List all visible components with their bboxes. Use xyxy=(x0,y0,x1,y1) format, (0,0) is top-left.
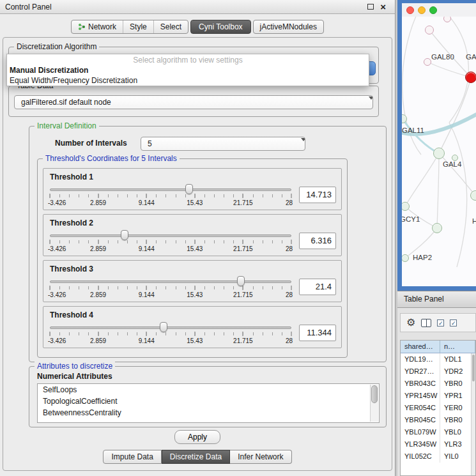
table-row[interactable]: YBR045CYBR0 xyxy=(401,414,475,426)
num-intervals-combobox[interactable]: 5 xyxy=(141,137,305,151)
tab-jactivemodules-label: jActiveMNodules xyxy=(260,20,317,33)
gear-icon[interactable]: ⚙ xyxy=(406,318,415,328)
column-header-name[interactable]: n… xyxy=(440,341,475,353)
network-node[interactable] xyxy=(433,148,445,159)
threshold-label: Threshold 2 xyxy=(50,219,336,227)
tab-jactivemodules[interactable]: jActiveMNodules xyxy=(254,20,323,33)
numerical-attributes-label: Numerical Attributes xyxy=(37,372,112,381)
thresholds-group: Threshold's Coordinates for 5 Intervals … xyxy=(37,158,348,358)
slider-track[interactable] xyxy=(50,188,291,191)
threshold-thumb[interactable] xyxy=(237,276,245,286)
network-node[interactable] xyxy=(432,223,442,233)
network-node[interactable] xyxy=(470,190,476,201)
table-toolbar: ⚙ ✓ ✓ xyxy=(400,313,476,332)
control-panel-title: Control Panel xyxy=(5,3,52,12)
table-data-value: galFiltered.sif default node xyxy=(21,98,111,107)
threshold-thumb[interactable] xyxy=(160,322,167,332)
network-window: GAL80GAGAL11GAL4GCY1HAP2H xyxy=(402,3,476,286)
apply-button[interactable]: Apply xyxy=(174,430,220,444)
list-item[interactable]: TopologicalCoefficient xyxy=(38,395,379,407)
table-row[interactable]: YIL052CYIL0 xyxy=(401,450,475,463)
threshold-label: Threshold 3 xyxy=(50,265,336,273)
table-panel-header[interactable]: Table Panel xyxy=(397,291,476,308)
threshold-value-field[interactable]: 21.4 xyxy=(299,279,336,295)
network-node[interactable] xyxy=(424,58,431,66)
table-panel-title: Table Panel xyxy=(404,295,444,303)
threshold-thumb[interactable] xyxy=(121,230,128,240)
num-intervals-label: Number of Intervals xyxy=(55,139,127,148)
network-node-label: H xyxy=(472,217,476,225)
tab-infer-network[interactable]: Infer Network xyxy=(230,450,291,464)
select-columns-icon[interactable]: ✓ xyxy=(450,319,457,326)
select-all-icon[interactable]: ✓ xyxy=(437,319,444,326)
tab-discretize-data[interactable]: Discretize Data xyxy=(162,450,230,464)
control-panel: Control Panel × Network Styl xyxy=(0,0,395,476)
slider-track[interactable] xyxy=(50,234,291,237)
close-icon[interactable]: × xyxy=(380,4,386,10)
mac-minimize-icon[interactable] xyxy=(418,6,426,14)
table-header-row: shared… n… xyxy=(401,341,475,353)
network-node[interactable] xyxy=(425,26,434,35)
threshold-value-field[interactable]: 14.713 xyxy=(299,187,336,203)
column-header-shared-name[interactable]: shared… xyxy=(401,341,440,353)
mac-close-icon[interactable] xyxy=(406,6,414,14)
threshold-slider[interactable]: -3.4262.8599.14415.4321.71528 xyxy=(50,183,291,207)
table-row[interactable]: YPR145WYPR1 xyxy=(401,390,475,402)
network-node-label: GAL80 xyxy=(431,53,454,61)
list-item[interactable]: SelfLoops xyxy=(38,384,379,395)
tab-select-label: Select xyxy=(160,20,181,33)
threshold-slider[interactable]: -3.4262.8599.14415.4321.71528 xyxy=(50,275,291,299)
tab-select[interactable]: Select xyxy=(153,20,188,33)
table-row[interactable]: YDL19…YDL1 xyxy=(401,353,475,365)
attributes-group: Attributes to discretize Numerical Attri… xyxy=(29,366,387,427)
slider-ticks xyxy=(50,240,291,243)
tab-style[interactable]: Style xyxy=(123,20,153,33)
table-row[interactable]: YBR043CYBR0 xyxy=(401,378,475,390)
slider-scale: -3.4262.8599.14415.4321.71528 xyxy=(50,291,291,299)
attributes-listbox[interactable]: SelfLoops TopologicalCoefficient Between… xyxy=(37,383,380,423)
table-row[interactable]: YBL079WYBL0 xyxy=(401,426,475,438)
threshold-thumb[interactable] xyxy=(185,184,193,194)
dropdown-placeholder-option[interactable]: Select algorithm to view settings xyxy=(7,54,369,65)
table-row[interactable]: YDR27…YDR2 xyxy=(401,365,475,378)
table-row[interactable]: YER054CYER0 xyxy=(401,402,475,414)
tab-cyni-toolbox[interactable]: Cyni Toolbox xyxy=(190,20,250,34)
list-item[interactable]: BetweennessCentrality xyxy=(38,407,379,418)
slider-track[interactable] xyxy=(50,280,291,283)
list-scrollbar[interactable] xyxy=(370,385,378,422)
mac-zoom-icon[interactable] xyxy=(429,6,437,14)
dropdown-option-manual[interactable]: Manual Discretization xyxy=(7,65,369,75)
table-data-combobox[interactable]: galFiltered.sif default node xyxy=(14,95,373,109)
network-canvas[interactable]: GAL80GAGAL11GAL4GCY1HAP2H xyxy=(402,17,476,286)
threshold-slider[interactable]: -3.4262.8599.14415.4321.71528 xyxy=(50,321,291,345)
threshold-slider[interactable]: -3.4262.8599.14415.4321.71528 xyxy=(50,229,291,253)
table-row[interactable]: YLR345WYLR3 xyxy=(401,438,475,450)
threshold-label: Threshold 4 xyxy=(50,311,336,319)
attributes-group-title: Attributes to discretize xyxy=(35,362,115,371)
network-view-frame: GAL80GAGAL11GAL4GCY1HAP2H xyxy=(397,0,476,291)
threshold-value-field[interactable]: 6.316 xyxy=(299,233,336,249)
table-scrollbar[interactable] xyxy=(471,353,475,475)
tab-network[interactable]: Network xyxy=(72,20,123,33)
tab-style-label: Style xyxy=(130,20,147,33)
slider-ticks xyxy=(50,286,291,289)
float-window-icon[interactable] xyxy=(367,4,374,10)
table-data-group: Table Data galFiltered.sif default node xyxy=(8,86,379,117)
slider-track[interactable] xyxy=(50,326,291,329)
network-node[interactable] xyxy=(465,72,476,83)
desktop: Control Panel × Network Styl xyxy=(0,0,476,476)
combo-arrows-icon xyxy=(296,139,301,151)
network-node-label: GAL4 xyxy=(443,160,461,168)
dropdown-option-equal-width[interactable]: Equal Width/Frequency Discretization xyxy=(7,75,369,86)
threshold-panel: Threshold 3 -3.4262.8599.14415.4321.7152… xyxy=(43,260,342,302)
threshold-panel: Threshold 2 -3.4262.8599.14415.4321.7152… xyxy=(43,214,342,256)
threshold-value-field[interactable]: 11.344 xyxy=(299,325,336,341)
columns-icon[interactable] xyxy=(421,319,431,327)
top-tabbar: Network Style Select Cyni Toolbox jActiv… xyxy=(0,14,395,36)
cyni-panel: Discretization Algorithm Table Data galF… xyxy=(3,37,392,471)
tab-network-label: Network xyxy=(88,20,116,33)
tab-impute-data[interactable]: Impute Data xyxy=(103,450,161,464)
slider-ticks xyxy=(50,332,291,335)
num-intervals-value: 5 xyxy=(148,139,152,148)
thresholds-group-title: Threshold's Coordinates for 5 Intervals xyxy=(43,154,180,163)
